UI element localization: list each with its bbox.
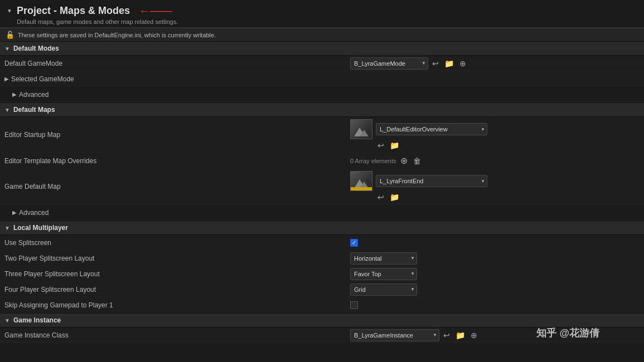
control-game-default-map: L_LyraFrontEnd ↩ 📁 bbox=[350, 171, 640, 202]
editor-startup-map-thumb bbox=[350, 119, 372, 139]
dropdown-wrapper-editor-startup: L_DefaultEditorOverview bbox=[376, 123, 487, 135]
row-editor-template-map: Editor Template Map Overrides 0 Array el… bbox=[0, 153, 644, 169]
settings-notice: 🔓 These settings are saved in DefaultEng… bbox=[0, 28, 644, 41]
control-two-player-layout: Horizontal bbox=[350, 252, 640, 265]
dropdown-two-player-layout[interactable]: Horizontal bbox=[350, 252, 417, 265]
row-game-default-map: Game Default Map L_LyraFrontEnd ↩ bbox=[0, 169, 644, 205]
control-three-player-layout: Favor Top bbox=[350, 268, 640, 280]
section-arrow-local-multiplayer: ▼ bbox=[4, 225, 10, 231]
editor-startup-back-btn[interactable]: ↩ bbox=[376, 140, 386, 150]
row-use-splitscreen: Use Splitscreen ✓ bbox=[0, 235, 644, 251]
settings-notice-text: These settings are saved in DefaultEngin… bbox=[18, 32, 216, 38]
label-selected-gamemode: ▶ Selected GameMode bbox=[4, 75, 350, 83]
label-use-splitscreen: Use Splitscreen bbox=[4, 239, 350, 247]
section-title-default-maps: Default Maps bbox=[13, 106, 55, 114]
dropdown-wrapper-three-player: Favor Top bbox=[350, 268, 417, 280]
lock-icon: 🔓 bbox=[6, 31, 14, 39]
label-three-player-layout: Three Player Splitscreen Layout bbox=[4, 270, 350, 278]
editor-template-array-label: 0 Array elements bbox=[350, 158, 396, 164]
gamemode-browse-btn[interactable]: 📁 bbox=[443, 58, 456, 69]
game-default-browse-btn[interactable]: 📁 bbox=[388, 192, 401, 202]
row-game-instance-class: Game Instance Class B_LyraGameInstance ↩… bbox=[0, 327, 644, 343]
game-default-back-btn[interactable]: ↩ bbox=[376, 192, 386, 202]
dropdown-editor-startup-map[interactable]: L_DefaultEditorOverview bbox=[376, 123, 487, 135]
check-mark-use-splitscreen: ✓ bbox=[352, 240, 356, 246]
section-title-default-modes: Default Modes bbox=[13, 45, 59, 52]
section-arrow-game-instance: ▼ bbox=[4, 317, 10, 324]
label-default-gamemode: Default GameMode bbox=[4, 60, 350, 67]
checkbox-skip-gamepad[interactable] bbox=[350, 301, 358, 309]
control-skip-gamepad bbox=[350, 301, 640, 309]
game-instance-back-btn[interactable]: ↩ bbox=[442, 330, 452, 340]
label-advanced-maps: ▶ Advanced bbox=[4, 209, 350, 217]
control-use-splitscreen: ✓ bbox=[350, 239, 640, 247]
section-default-maps[interactable]: ▼ Default Maps bbox=[0, 102, 644, 117]
dropdown-wrapper-four-player: Grid bbox=[350, 283, 417, 296]
checkbox-use-splitscreen[interactable]: ✓ bbox=[350, 239, 358, 247]
editor-startup-browse-btn[interactable]: 📁 bbox=[388, 140, 401, 150]
game-instance-browse-btn[interactable]: 📁 bbox=[454, 330, 467, 340]
section-default-modes[interactable]: ▼ Default Modes bbox=[0, 41, 644, 56]
dropdown-game-instance-class[interactable]: B_LyraGameInstance bbox=[350, 329, 439, 341]
label-game-default-map: Game Default Map bbox=[4, 183, 350, 190]
dropdown-wrapper-two-player: Horizontal bbox=[350, 252, 417, 265]
label-four-player-layout: Four Player Splitscreen Layout bbox=[4, 286, 350, 293]
dropdown-game-default-map[interactable]: L_LyraFrontEnd bbox=[376, 175, 487, 187]
row-skip-gamepad: Skip Assigning Gamepad to Player 1 bbox=[0, 297, 644, 313]
red-arrow-icon: ←—— bbox=[139, 4, 172, 17]
row-advanced-modes: ▶ Advanced bbox=[0, 87, 644, 102]
label-editor-template-map: Editor Template Map Overrides bbox=[4, 157, 350, 165]
label-skip-gamepad: Skip Assigning Gamepad to Player 1 bbox=[4, 301, 350, 309]
section-title-game-instance: Game Instance bbox=[13, 316, 61, 324]
row-advanced-maps: ▶ Advanced bbox=[0, 205, 644, 221]
section-arrow-default-modes: ▼ bbox=[4, 46, 10, 52]
control-default-gamemode: B_LyraGameMode ↩ 📁 ⊕ bbox=[350, 57, 640, 70]
main-container: ▼ Project - Maps & Modes ←—— Default map… bbox=[0, 0, 644, 362]
dropdown-wrapper-gamemode: B_LyraGameMode bbox=[350, 57, 428, 70]
gamemode-add-btn[interactable]: ⊕ bbox=[458, 58, 468, 69]
page-header: ▼ Project - Maps & Modes ←—— Default map… bbox=[0, 0, 644, 28]
game-instance-add-btn[interactable]: ⊕ bbox=[469, 330, 479, 340]
label-advanced-modes: ▶ Advanced bbox=[4, 91, 350, 99]
dropdown-four-player-layout[interactable]: Grid bbox=[350, 283, 417, 296]
label-editor-startup-map: Editor Startup Map bbox=[4, 131, 350, 139]
control-game-instance-class: B_LyraGameInstance ↩ 📁 ⊕ bbox=[350, 329, 640, 341]
row-selected-gamemode: ▶ Selected GameMode bbox=[0, 71, 644, 87]
header-collapse-arrow[interactable]: ▼ bbox=[7, 8, 12, 14]
row-default-gamemode: Default GameMode B_LyraGameMode ↩ 📁 ⊕ bbox=[0, 56, 644, 71]
editor-template-add-btn[interactable]: ⊕ bbox=[399, 155, 409, 167]
label-game-instance-class: Game Instance Class bbox=[4, 331, 350, 339]
dropdown-wrapper-game-instance: B_LyraGameInstance bbox=[350, 329, 439, 341]
advanced-modes-arrow[interactable]: ▶ bbox=[12, 91, 17, 97]
game-default-map-thumb bbox=[350, 171, 372, 191]
control-four-player-layout: Grid bbox=[350, 283, 640, 296]
selected-gamemode-arrow[interactable]: ▶ bbox=[4, 76, 9, 82]
section-arrow-default-maps: ▼ bbox=[4, 107, 10, 113]
editor-template-delete-btn[interactable]: 🗑 bbox=[411, 156, 423, 166]
gamemode-back-btn[interactable]: ↩ bbox=[430, 58, 440, 69]
section-title-local-multiplayer: Local Multiplayer bbox=[13, 224, 68, 232]
dropdown-default-gamemode[interactable]: B_LyraGameMode bbox=[350, 57, 428, 70]
row-three-player-layout: Three Player Splitscreen Layout Favor To… bbox=[0, 266, 644, 282]
row-two-player-layout: Two Player Splitscreen Layout Horizontal bbox=[0, 251, 644, 266]
page-subtitle: Default maps, game modes and other map r… bbox=[7, 18, 637, 25]
dropdown-wrapper-game-default: L_LyraFrontEnd bbox=[376, 175, 487, 187]
control-editor-startup-map: L_DefaultEditorOverview ↩ 📁 bbox=[350, 119, 640, 150]
page-title: Project - Maps & Modes bbox=[17, 5, 130, 17]
section-local-multiplayer[interactable]: ▼ Local Multiplayer bbox=[0, 221, 644, 235]
row-four-player-layout: Four Player Splitscreen Layout Grid bbox=[0, 282, 644, 297]
row-editor-startup-map: Editor Startup Map L_DefaultEditorOvervi… bbox=[0, 117, 644, 153]
control-editor-template-map: 0 Array elements ⊕ 🗑 bbox=[350, 155, 640, 167]
section-game-instance[interactable]: ▼ Game Instance bbox=[0, 313, 644, 327]
dropdown-three-player-layout[interactable]: Favor Top bbox=[350, 268, 417, 280]
advanced-maps-arrow[interactable]: ▶ bbox=[12, 209, 17, 216]
label-two-player-layout: Two Player Splitscreen Layout bbox=[4, 255, 350, 262]
